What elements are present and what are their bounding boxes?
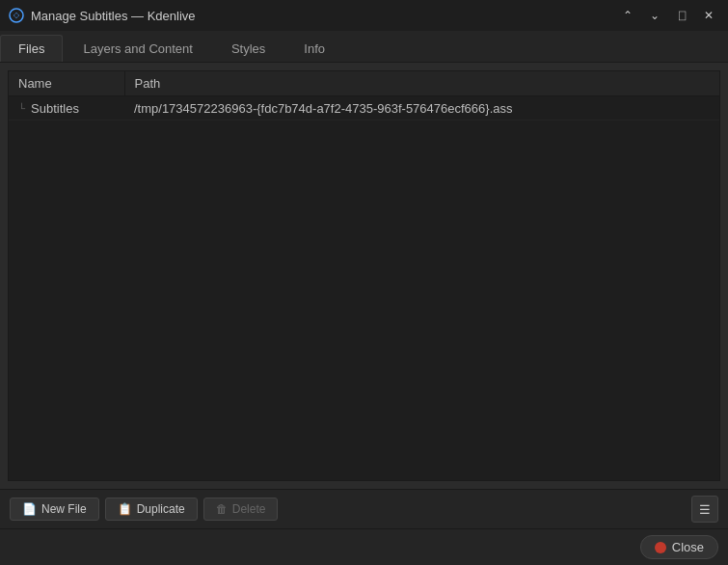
close-dot-icon (655, 542, 666, 553)
titlebar-title: Manage Subtitles — Kdenlive (31, 9, 196, 23)
app-icon (8, 7, 25, 24)
table-header-row: Name Path (9, 71, 719, 96)
tab-styles[interactable]: Styles (213, 35, 283, 62)
close-footer-label: Close (672, 540, 704, 554)
cell-name: └ Subtitles (9, 96, 124, 121)
table-row[interactable]: └ Subtitles /tmp/1734572236963-{fdc7b74d… (9, 96, 719, 121)
duplicate-icon: 📋 (118, 502, 132, 516)
titlebar-left: Manage Subtitles — Kdenlive (8, 7, 196, 24)
main-content: Name Path └ Subtitles /tmp/1734572236963… (0, 63, 728, 489)
hamburger-icon: ☰ (699, 502, 711, 517)
data-table: Name Path └ Subtitles /tmp/1734572236963… (9, 71, 719, 121)
row-name-value: Subtitles (31, 101, 79, 116)
chevron-up-button[interactable]: ⌃ (616, 4, 639, 27)
tabs-bar: Files Layers and Content Styles Info (0, 31, 728, 63)
maximize-button[interactable]: ⎕ (670, 4, 693, 27)
new-file-label: New File (41, 502, 87, 516)
window-close-button[interactable]: ✕ (697, 4, 720, 27)
duplicate-button[interactable]: 📋 Duplicate (105, 498, 198, 521)
row-icon: └ Subtitles (18, 101, 79, 116)
column-path: Path (124, 71, 719, 96)
tab-files[interactable]: Files (0, 35, 63, 62)
titlebar: Manage Subtitles — Kdenlive ⌃ ⌄ ⎕ ✕ (0, 0, 728, 31)
column-name: Name (9, 71, 124, 96)
tab-layers-and-content[interactable]: Layers and Content (65, 35, 210, 62)
table-container: Name Path └ Subtitles /tmp/1734572236963… (8, 70, 720, 481)
new-file-button[interactable]: 📄 New File (10, 498, 99, 521)
svg-point-1 (14, 13, 18, 17)
footer: Close (0, 528, 728, 565)
menu-button[interactable]: ☰ (691, 496, 718, 523)
chevron-down-button[interactable]: ⌄ (643, 4, 666, 27)
delete-button[interactable]: 🗑 Delete (203, 498, 279, 521)
delete-label: Delete (232, 502, 266, 516)
close-footer-button[interactable]: Close (640, 535, 718, 559)
toolbar-left: 📄 New File 📋 Duplicate 🗑 Delete (10, 498, 278, 521)
bottom-toolbar: 📄 New File 📋 Duplicate 🗑 Delete ☰ (0, 489, 728, 528)
tab-info[interactable]: Info (285, 35, 343, 62)
row-arrow-icon: └ (18, 103, 25, 114)
cell-path: /tmp/1734572236963-{fdc7b74d-a7f2-4735-9… (124, 96, 719, 121)
duplicate-label: Duplicate (137, 502, 185, 516)
delete-icon: 🗑 (216, 502, 228, 516)
new-file-icon: 📄 (22, 502, 37, 516)
titlebar-controls: ⌃ ⌄ ⎕ ✕ (616, 4, 720, 27)
